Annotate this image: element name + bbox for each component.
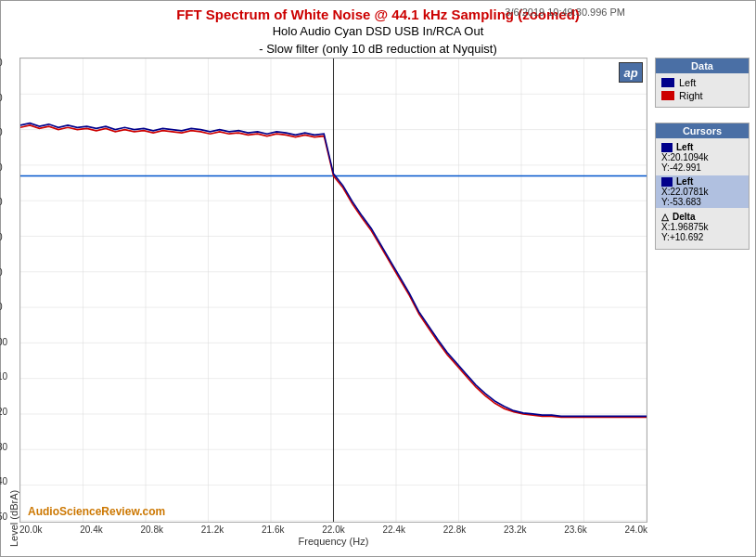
watermark: AudioScienceReview.com	[28, 505, 165, 518]
delta-label-text: Delta	[673, 212, 695, 222]
delta-icon: △	[661, 212, 669, 222]
delta-x: X:1.96875k	[661, 222, 743, 232]
y-tick-1: -30	[0, 94, 7, 103]
x-tick-4: 21.6k	[262, 525, 284, 535]
delta-entry: △ Delta X:1.96875k Y:+10.692	[661, 212, 743, 242]
delta-y: Y:+10.692	[661, 232, 743, 242]
x-axis-ticks: 20.0k 20.4k 20.8k 21.2k 21.6k 22.0k 22.4…	[19, 523, 647, 535]
right-panel: Data Left Right Cursors Left	[647, 58, 750, 547]
cursor2-color	[661, 177, 673, 187]
cursor1-label: Left	[661, 142, 743, 152]
delta-label: △ Delta	[661, 212, 743, 222]
y-tick-3: -50	[0, 163, 7, 173]
cursor2-label: Left	[661, 176, 743, 187]
legend-label-right: Right	[679, 90, 703, 101]
y-tick-6: -80	[0, 268, 7, 278]
y-tick-12: -140	[0, 477, 7, 486]
x-tick-6: 22.4k	[383, 525, 405, 535]
x-tick-0: 20.0k	[19, 525, 42, 535]
x-tick-2: 20.8k	[141, 525, 163, 535]
left-color-swatch	[661, 78, 674, 87]
ap-logo: ap	[619, 62, 643, 83]
y-tick-13: -150	[0, 512, 7, 522]
y-tick-11: -130	[0, 443, 7, 452]
y-tick-5: -70	[0, 233, 7, 242]
legend-item-right: Right	[661, 90, 743, 101]
timestamp: 3/6/2019 10:49:30.996 PM	[505, 6, 625, 18]
x-tick-8: 23.2k	[504, 525, 526, 535]
cursor1-color	[661, 143, 673, 152]
x-tick-7: 22.8k	[443, 525, 466, 535]
x-tick-1: 20.4k	[80, 525, 102, 535]
x-tick-3: 21.2k	[201, 525, 224, 535]
cursor2-x: X:22.0781k	[661, 187, 743, 197]
legend-label-left: Left	[679, 77, 696, 88]
legend-title: Data	[656, 58, 749, 73]
cursor2-label-text: Left	[676, 176, 693, 187]
y-tick-7: -90	[0, 303, 7, 312]
chart-area: Level (dBrA) -20 -30 -40 -50 -60 -70 -80…	[1, 58, 755, 556]
x-tick-5: 22.0k	[322, 525, 344, 535]
y-axis-label: Level (dBrA)	[6, 58, 19, 547]
cursor2-y: Y:-53.683	[661, 197, 743, 207]
cursor1-label-text: Left	[676, 142, 693, 152]
cursors-box: Cursors Left X:20.1094k Y:-42.991 Left	[655, 123, 750, 250]
y-tick-8: -100	[0, 338, 7, 347]
fft-plot	[20, 58, 647, 522]
subtitle2: - Slow filter (only 10 dB reduction at N…	[259, 42, 497, 56]
cursors-title: Cursors	[656, 123, 749, 138]
x-axis-label: Frequency (Hz)	[19, 536, 647, 547]
plot-container: -20 -30 -40 -50 -60 -70 -80 -90 -100 -11…	[19, 58, 647, 523]
cursor1-y: Y:-42.991	[661, 162, 743, 173]
cursor2-entry: Left X:22.0781k Y:-53.683	[656, 175, 749, 208]
main-container: FFT Spectrum of White Noise @ 44.1 kHz S…	[0, 0, 756, 557]
y-tick-4: -60	[0, 198, 7, 207]
y-tick-0: -20	[0, 58, 7, 68]
legend-item-left: Left	[661, 77, 743, 88]
y-tick-9: -110	[0, 372, 7, 382]
cursor1-entry: Left X:20.1094k Y:-42.991	[661, 142, 743, 173]
chart-inner: -20 -30 -40 -50 -60 -70 -80 -90 -100 -11…	[19, 58, 647, 547]
y-tick-labels: -20 -30 -40 -50 -60 -70 -80 -90 -100 -11…	[0, 58, 7, 522]
legend-box: Data Left Right	[655, 58, 750, 108]
right-color-swatch	[661, 91, 674, 100]
cursor1-x: X:20.1094k	[661, 152, 743, 162]
y-tick-10: -120	[0, 408, 7, 417]
x-tick-9: 23.6k	[564, 525, 586, 535]
x-tick-10: 24.0k	[625, 525, 647, 535]
subtitle1: Holo Audio Cyan DSD USB In/RCA Out	[273, 24, 484, 38]
y-tick-2: -40	[0, 128, 7, 137]
